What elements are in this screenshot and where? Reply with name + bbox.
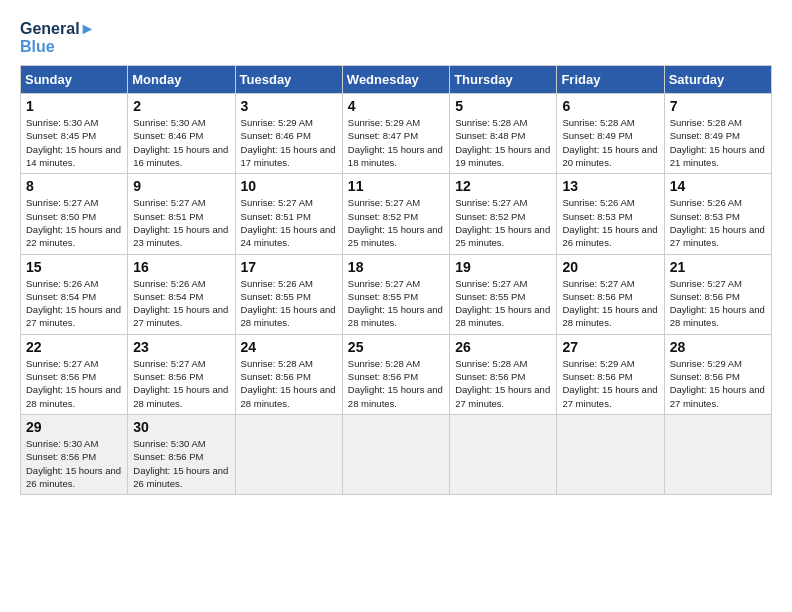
calendar-week-row: 22Sunrise: 5:27 AMSunset: 8:56 PMDayligh… [21,334,772,414]
calendar-day-cell: 29Sunrise: 5:30 AMSunset: 8:56 PMDayligh… [21,414,128,494]
calendar-day-cell: 4Sunrise: 5:29 AMSunset: 8:47 PMDaylight… [342,94,449,174]
calendar-day-cell: 18Sunrise: 5:27 AMSunset: 8:55 PMDayligh… [342,254,449,334]
page-header: General► Blue [20,20,772,55]
calendar-day-cell [664,414,771,494]
day-number: 13 [562,178,658,194]
day-info: Sunrise: 5:27 AMSunset: 8:55 PMDaylight:… [455,277,551,330]
day-info: Sunrise: 5:28 AMSunset: 8:48 PMDaylight:… [455,116,551,169]
calendar-week-row: 8Sunrise: 5:27 AMSunset: 8:50 PMDaylight… [21,174,772,254]
day-info: Sunrise: 5:26 AMSunset: 8:54 PMDaylight:… [133,277,229,330]
day-info: Sunrise: 5:27 AMSunset: 8:56 PMDaylight:… [670,277,766,330]
day-info: Sunrise: 5:27 AMSunset: 8:56 PMDaylight:… [133,357,229,410]
weekday-header-cell: Wednesday [342,66,449,94]
calendar-day-cell: 21Sunrise: 5:27 AMSunset: 8:56 PMDayligh… [664,254,771,334]
calendar-day-cell: 5Sunrise: 5:28 AMSunset: 8:48 PMDaylight… [450,94,557,174]
day-info: Sunrise: 5:27 AMSunset: 8:52 PMDaylight:… [455,196,551,249]
day-info: Sunrise: 5:29 AMSunset: 8:56 PMDaylight:… [562,357,658,410]
day-number: 2 [133,98,229,114]
calendar-day-cell: 12Sunrise: 5:27 AMSunset: 8:52 PMDayligh… [450,174,557,254]
day-number: 1 [26,98,122,114]
calendar-day-cell: 15Sunrise: 5:26 AMSunset: 8:54 PMDayligh… [21,254,128,334]
calendar-day-cell: 17Sunrise: 5:26 AMSunset: 8:55 PMDayligh… [235,254,342,334]
calendar-day-cell [450,414,557,494]
day-info: Sunrise: 5:30 AMSunset: 8:46 PMDaylight:… [133,116,229,169]
calendar-day-cell: 3Sunrise: 5:29 AMSunset: 8:46 PMDaylight… [235,94,342,174]
calendar-week-row: 29Sunrise: 5:30 AMSunset: 8:56 PMDayligh… [21,414,772,494]
calendar-day-cell [342,414,449,494]
day-info: Sunrise: 5:26 AMSunset: 8:55 PMDaylight:… [241,277,337,330]
calendar-day-cell: 24Sunrise: 5:28 AMSunset: 8:56 PMDayligh… [235,334,342,414]
calendar-day-cell: 8Sunrise: 5:27 AMSunset: 8:50 PMDaylight… [21,174,128,254]
day-number: 29 [26,419,122,435]
logo: General► Blue [20,20,95,55]
day-info: Sunrise: 5:28 AMSunset: 8:49 PMDaylight:… [562,116,658,169]
calendar-day-cell: 13Sunrise: 5:26 AMSunset: 8:53 PMDayligh… [557,174,664,254]
calendar-day-cell: 22Sunrise: 5:27 AMSunset: 8:56 PMDayligh… [21,334,128,414]
calendar-day-cell [557,414,664,494]
day-number: 30 [133,419,229,435]
day-number: 20 [562,259,658,275]
calendar-body: 1Sunrise: 5:30 AMSunset: 8:45 PMDaylight… [21,94,772,495]
day-info: Sunrise: 5:27 AMSunset: 8:56 PMDaylight:… [562,277,658,330]
calendar-day-cell: 27Sunrise: 5:29 AMSunset: 8:56 PMDayligh… [557,334,664,414]
calendar-day-cell: 9Sunrise: 5:27 AMSunset: 8:51 PMDaylight… [128,174,235,254]
calendar-table: SundayMondayTuesdayWednesdayThursdayFrid… [20,65,772,495]
day-number: 6 [562,98,658,114]
day-info: Sunrise: 5:26 AMSunset: 8:53 PMDaylight:… [562,196,658,249]
calendar-day-cell: 23Sunrise: 5:27 AMSunset: 8:56 PMDayligh… [128,334,235,414]
calendar-day-cell: 1Sunrise: 5:30 AMSunset: 8:45 PMDaylight… [21,94,128,174]
day-info: Sunrise: 5:28 AMSunset: 8:49 PMDaylight:… [670,116,766,169]
calendar-day-cell: 16Sunrise: 5:26 AMSunset: 8:54 PMDayligh… [128,254,235,334]
day-info: Sunrise: 5:30 AMSunset: 8:45 PMDaylight:… [26,116,122,169]
calendar-day-cell: 6Sunrise: 5:28 AMSunset: 8:49 PMDaylight… [557,94,664,174]
calendar-day-cell [235,414,342,494]
day-info: Sunrise: 5:29 AMSunset: 8:46 PMDaylight:… [241,116,337,169]
logo-text-block: General► Blue [20,20,95,55]
day-info: Sunrise: 5:28 AMSunset: 8:56 PMDaylight:… [348,357,444,410]
day-number: 10 [241,178,337,194]
day-number: 12 [455,178,551,194]
day-info: Sunrise: 5:27 AMSunset: 8:52 PMDaylight:… [348,196,444,249]
day-info: Sunrise: 5:27 AMSunset: 8:55 PMDaylight:… [348,277,444,330]
day-number: 27 [562,339,658,355]
weekday-header-row: SundayMondayTuesdayWednesdayThursdayFrid… [21,66,772,94]
calendar-week-row: 1Sunrise: 5:30 AMSunset: 8:45 PMDaylight… [21,94,772,174]
day-number: 5 [455,98,551,114]
day-number: 7 [670,98,766,114]
day-number: 24 [241,339,337,355]
day-info: Sunrise: 5:26 AMSunset: 8:54 PMDaylight:… [26,277,122,330]
day-number: 9 [133,178,229,194]
day-info: Sunrise: 5:27 AMSunset: 8:51 PMDaylight:… [241,196,337,249]
day-info: Sunrise: 5:30 AMSunset: 8:56 PMDaylight:… [26,437,122,490]
day-number: 14 [670,178,766,194]
calendar-day-cell: 7Sunrise: 5:28 AMSunset: 8:49 PMDaylight… [664,94,771,174]
calendar-day-cell: 25Sunrise: 5:28 AMSunset: 8:56 PMDayligh… [342,334,449,414]
calendar-day-cell: 10Sunrise: 5:27 AMSunset: 8:51 PMDayligh… [235,174,342,254]
day-number: 17 [241,259,337,275]
day-number: 22 [26,339,122,355]
logo-blue: Blue [20,38,95,56]
calendar-day-cell: 30Sunrise: 5:30 AMSunset: 8:56 PMDayligh… [128,414,235,494]
weekday-header-cell: Tuesday [235,66,342,94]
day-number: 28 [670,339,766,355]
day-info: Sunrise: 5:29 AMSunset: 8:47 PMDaylight:… [348,116,444,169]
calendar-day-cell: 2Sunrise: 5:30 AMSunset: 8:46 PMDaylight… [128,94,235,174]
day-number: 19 [455,259,551,275]
day-number: 3 [241,98,337,114]
calendar-day-cell: 14Sunrise: 5:26 AMSunset: 8:53 PMDayligh… [664,174,771,254]
day-info: Sunrise: 5:28 AMSunset: 8:56 PMDaylight:… [241,357,337,410]
calendar-day-cell: 28Sunrise: 5:29 AMSunset: 8:56 PMDayligh… [664,334,771,414]
day-info: Sunrise: 5:29 AMSunset: 8:56 PMDaylight:… [670,357,766,410]
logo-general: General► [20,20,95,38]
day-info: Sunrise: 5:27 AMSunset: 8:51 PMDaylight:… [133,196,229,249]
day-info: Sunrise: 5:27 AMSunset: 8:50 PMDaylight:… [26,196,122,249]
calendar-day-cell: 20Sunrise: 5:27 AMSunset: 8:56 PMDayligh… [557,254,664,334]
day-number: 15 [26,259,122,275]
calendar-day-cell: 11Sunrise: 5:27 AMSunset: 8:52 PMDayligh… [342,174,449,254]
day-number: 16 [133,259,229,275]
weekday-header-cell: Friday [557,66,664,94]
day-info: Sunrise: 5:30 AMSunset: 8:56 PMDaylight:… [133,437,229,490]
day-number: 18 [348,259,444,275]
day-number: 21 [670,259,766,275]
day-number: 26 [455,339,551,355]
